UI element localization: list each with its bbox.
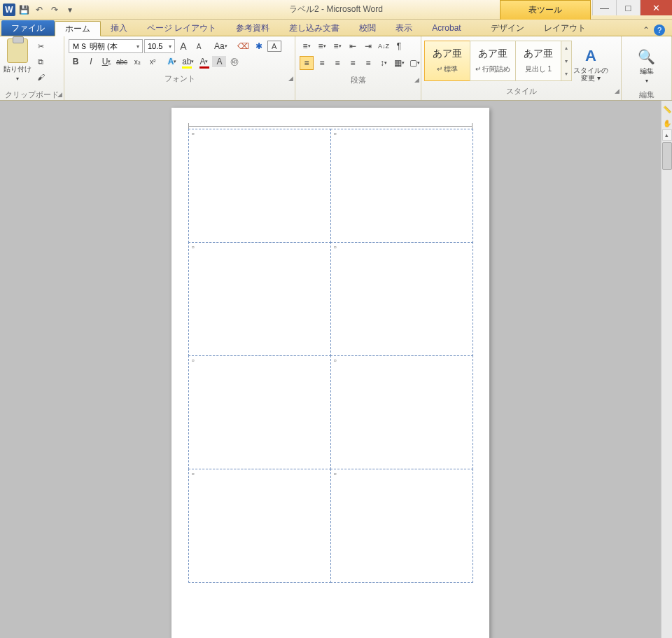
undo-button[interactable]: ↶: [32, 3, 46, 17]
strikethrough-button[interactable]: abc: [115, 55, 129, 69]
references-tab[interactable]: 参考資料: [226, 20, 279, 36]
cell-end-mark: ¤: [334, 471, 337, 477]
table-cell[interactable]: ¤: [330, 355, 473, 469]
paste-button[interactable]: 貼り付け ▾: [3, 38, 32, 84]
increase-indent-button[interactable]: ⇥: [361, 39, 375, 53]
enclose-characters-button[interactable]: ㊞: [227, 55, 241, 69]
binoculars-icon: 🔍: [638, 48, 655, 65]
shrink-font-button[interactable]: A: [192, 39, 206, 53]
grow-font-button[interactable]: A: [176, 39, 190, 53]
paragraph-launcher[interactable]: ◢: [414, 76, 419, 83]
styles-launcher[interactable]: ◢: [615, 87, 620, 94]
qat-customize-button[interactable]: ▾: [63, 3, 77, 17]
font-launcher[interactable]: ◢: [288, 75, 293, 82]
minimize-ribbon-button[interactable]: ⌃: [643, 25, 650, 35]
mailings-tab[interactable]: 差し込み文書: [279, 20, 349, 36]
redo-button[interactable]: ↷: [48, 3, 62, 17]
phonetic-guide-button[interactable]: ✱: [252, 39, 266, 53]
align-left-button[interactable]: ≡: [300, 56, 314, 70]
borders-button[interactable]: ▢▾: [407, 56, 421, 70]
change-styles-button[interactable]: A スタイルの 変更 ▾: [572, 38, 610, 84]
character-border-button[interactable]: A: [267, 41, 281, 52]
word-app-icon[interactable]: W: [3, 3, 15, 16]
align-right-button[interactable]: ≡: [330, 56, 344, 70]
label-table[interactable]: ¤ ¤ ¤ ¤ ¤ ¤ ¤ ¤: [188, 129, 472, 638]
align-center-button[interactable]: ≡: [315, 56, 329, 70]
table-cell[interactable]: [330, 582, 473, 583]
style-normal[interactable]: あア亜 ↵ 標準: [424, 41, 470, 81]
table-design-tab[interactable]: デザイン: [481, 20, 534, 36]
page[interactable]: ¤ ¤ ¤ ¤ ¤ ¤ ¤ ¤: [172, 108, 489, 638]
shading-button[interactable]: ▦▾: [392, 56, 406, 70]
file-tab[interactable]: ファイル: [1, 20, 55, 36]
style-name: ↵ 標準: [437, 64, 458, 74]
find-button[interactable]: 🔍 編集 ▾: [633, 40, 661, 86]
styles-down-icon[interactable]: ▾: [561, 55, 571, 68]
help-button[interactable]: ?: [654, 24, 665, 36]
page-layout-tab[interactable]: ページ レイアウト: [137, 20, 226, 36]
save-button[interactable]: 💾: [17, 3, 31, 17]
table-cell[interactable]: [188, 582, 331, 583]
scroll-up-button[interactable]: ▴: [662, 129, 672, 141]
clipboard-launcher[interactable]: ◢: [57, 91, 62, 98]
decrease-indent-button[interactable]: ⇤: [346, 39, 360, 53]
highlight-button[interactable]: ab▾: [181, 55, 195, 69]
underline-button[interactable]: U▾: [99, 55, 113, 69]
scroll-thumb[interactable]: [662, 142, 672, 170]
table-cell[interactable]: ¤: [188, 469, 331, 583]
table-cell[interactable]: ¤: [188, 242, 331, 356]
ruler-guide: [188, 126, 472, 127]
pan-hand-icon[interactable]: ✋: [662, 118, 672, 129]
view-tab[interactable]: 表示: [386, 20, 422, 36]
italic-button[interactable]: I: [84, 55, 98, 69]
bullets-button[interactable]: ≡▾: [300, 39, 314, 53]
table-cell[interactable]: ¤: [188, 129, 331, 243]
font-color-button[interactable]: A▾: [197, 55, 211, 69]
font-name-combo[interactable]: ＭＳ 明朝 (本▾: [69, 39, 143, 53]
insert-tab[interactable]: 挿入: [101, 20, 137, 36]
window-controls: — □ ✕: [592, 0, 672, 15]
subscript-button[interactable]: x₂: [130, 55, 144, 69]
sort-button[interactable]: A↓Z: [377, 39, 391, 53]
distribute-button[interactable]: ≡: [361, 56, 375, 70]
numbering-button[interactable]: ≡▾: [315, 39, 329, 53]
multilevel-list-button[interactable]: ≡▾: [330, 39, 344, 53]
table-cell[interactable]: ¤: [188, 355, 331, 469]
text-effects-button[interactable]: A▾: [165, 55, 179, 69]
document-area[interactable]: ¤ ¤ ¤ ¤ ¤ ¤ ¤ ¤: [0, 101, 661, 638]
acrobat-tab[interactable]: Acrobat: [422, 20, 470, 36]
minimize-button[interactable]: —: [592, 0, 616, 15]
close-button[interactable]: ✕: [640, 0, 672, 15]
table-cell[interactable]: ¤: [330, 469, 473, 583]
font-size-combo[interactable]: 10.5▾: [144, 39, 175, 53]
justify-button[interactable]: ≡: [346, 56, 360, 70]
show-marks-button[interactable]: ¶: [392, 39, 406, 53]
maximize-button[interactable]: □: [616, 0, 640, 15]
change-case-button[interactable]: Aa▾: [213, 39, 229, 53]
table-cell[interactable]: ¤: [330, 129, 473, 243]
style-no-spacing[interactable]: あア亜 ↵ 行間詰め: [470, 41, 516, 81]
line-spacing-button[interactable]: ↕▾: [377, 56, 391, 70]
table-layout-tab[interactable]: レイアウト: [534, 20, 596, 36]
table-cell[interactable]: ¤: [330, 242, 473, 356]
superscript-button[interactable]: x²: [146, 55, 160, 69]
character-shading-button[interactable]: A: [212, 56, 226, 67]
bold-button[interactable]: B: [69, 55, 83, 69]
vertical-scrollbar[interactable]: 📏 ✋ ▴: [661, 101, 672, 638]
styles-up-icon[interactable]: ▴: [561, 41, 571, 55]
copy-button[interactable]: ⧉: [34, 55, 48, 69]
review-tab[interactable]: 校閲: [349, 20, 386, 36]
styles-gallery-scroll[interactable]: ▴ ▾ ▾: [561, 41, 572, 81]
paste-label: 貼り付け: [4, 64, 31, 74]
style-heading1[interactable]: あア亜 見出し 1: [515, 41, 561, 81]
clipboard-icon: [7, 38, 28, 63]
ruler-toggle-icon[interactable]: 📏: [662, 104, 672, 115]
format-painter-button[interactable]: 🖌: [34, 70, 48, 84]
style-preview: あア亜: [478, 48, 507, 60]
cut-button[interactable]: ✂: [34, 39, 48, 53]
clear-formatting-button[interactable]: ⌫: [236, 39, 251, 53]
cell-end-mark: ¤: [192, 471, 195, 477]
styles-more-icon[interactable]: ▾: [561, 67, 571, 80]
editing-group-label: 編集: [622, 89, 671, 100]
home-tab[interactable]: ホーム: [55, 21, 101, 36]
